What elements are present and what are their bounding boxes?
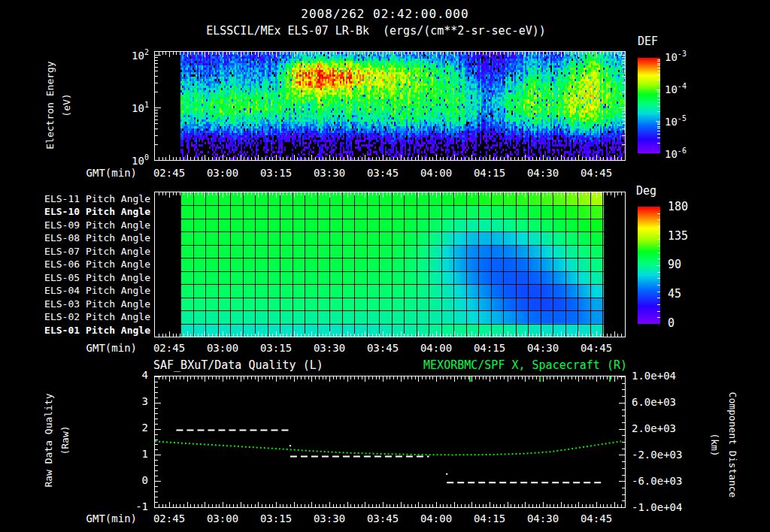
- quality-tick-1: 1: [118, 448, 148, 460]
- energy-tick-1ev: 100: [107, 153, 149, 167]
- time-tick: 03:45: [356, 342, 409, 354]
- row-label-els02: ELS-02 Pitch Angle: [44, 310, 150, 323]
- time-tick: 04:45: [570, 167, 623, 179]
- row-label-els03: ELS-03 Pitch Angle: [44, 298, 150, 310]
- gmt-axis-label: GMT(min): [83, 167, 137, 179]
- deg-tick-45: 45: [668, 287, 681, 301]
- time-tick: 03:30: [303, 167, 356, 179]
- row-label-els01: ELS-01 Pitch Angle: [44, 324, 150, 337]
- time-tick: 03:30: [303, 342, 356, 354]
- row-label-els08: ELS-08 Pitch Angle: [44, 231, 150, 244]
- distance-tick-6e3: 6.0e+03: [632, 396, 676, 408]
- spectrogram-y-axis-units: (eV): [61, 93, 72, 116]
- deg-tick-135: 135: [668, 229, 688, 243]
- def-tick-1e-5: 10-5: [665, 114, 687, 128]
- quality-tick-2: 2: [118, 422, 148, 434]
- time-tick: 03:00: [196, 167, 249, 179]
- distance-tick-neg6e3: -6.0e+03: [632, 475, 682, 487]
- time-tick: 04:30: [517, 512, 569, 524]
- deg-colorbar-title: Deg: [636, 184, 656, 198]
- def-tick-1e-4: 10-4: [665, 82, 687, 95]
- time-tick: 04:30: [517, 167, 569, 179]
- row-label-els11: ELS-11 Pitch Angle: [44, 192, 150, 205]
- time-tick: 02:45: [143, 512, 196, 524]
- energy-tick-10ev: 101: [107, 101, 149, 114]
- quality-plot-title-left: SAF_BXuT/Data Quality (L): [153, 358, 323, 372]
- time-tick: 04:15: [463, 342, 516, 354]
- pitch-angle-heatmap[interactable]: [154, 192, 626, 337]
- quality-y-axis-label: Raw Data Quality: [43, 393, 54, 487]
- time-tick: 02:45: [143, 342, 196, 354]
- quality-tick-neg1: -1: [118, 500, 148, 512]
- time-tick: 03:15: [250, 512, 302, 524]
- row-label-els10: ELS-10 Pitch Angle: [44, 205, 150, 218]
- deg-colorbar: [638, 207, 660, 324]
- quality-tick-4: 4: [118, 369, 148, 381]
- time-tick: 04:15: [463, 512, 516, 524]
- distance-tick-neg2e3: -2.0e+03: [632, 449, 682, 461]
- gmt-axis-label: GMT(min): [83, 512, 137, 524]
- quality-y-axis-units: (Raw): [59, 425, 71, 455]
- deg-tick-0: 0: [668, 316, 675, 330]
- quality-tick-3: 3: [118, 395, 148, 407]
- energy-tick-100ev: 102: [107, 48, 149, 62]
- time-tick: 03:45: [356, 167, 409, 179]
- plot-viewer-screen: 2008/262 02:42:00.000 ELSSCIL/MEx ELS-07…: [0, 0, 770, 532]
- time-tick: 04:45: [570, 512, 623, 524]
- time-tick: 03:15: [250, 167, 302, 179]
- time-tick: 03:45: [356, 512, 409, 524]
- spectrogram-y-axis-label: Electron Energy: [44, 61, 56, 149]
- deg-tick-180: 180: [668, 200, 688, 213]
- time-tick: 02:45: [143, 167, 196, 179]
- row-label-els04: ELS-04 Pitch Angle: [44, 284, 150, 297]
- def-tick-1e-3: 10-3: [665, 50, 687, 63]
- time-tick: 04:45: [570, 342, 623, 354]
- time-tick: 04:15: [463, 167, 516, 179]
- time-tick: 03:30: [303, 512, 356, 524]
- distance-tick-neg1e4: -1.0e+04: [632, 501, 682, 513]
- time-tick: 03:00: [196, 512, 249, 524]
- distance-tick-1e4: 1.0e+04: [632, 370, 676, 382]
- quality-and-distance-plot[interactable]: [154, 376, 626, 508]
- row-label-els07: ELS-07 Pitch Angle: [44, 245, 150, 258]
- row-label-els06: ELS-06 Pitch Angle: [44, 258, 150, 271]
- distance-tick-2e3: 2.0e+03: [632, 422, 676, 434]
- time-tick: 03:15: [250, 342, 302, 354]
- time-tick: 04:00: [410, 342, 462, 354]
- row-label-els09: ELS-09 Pitch Angle: [44, 219, 150, 231]
- def-colorbar-title: DEF: [638, 35, 658, 48]
- def-colorbar: [638, 58, 660, 153]
- quality-plot-title-right: MEXORBMC/SPF X, Spacecraft (R): [423, 358, 627, 372]
- quality-tick-0: 0: [118, 474, 148, 486]
- electron-energy-spectrogram[interactable]: [154, 51, 626, 161]
- time-tick: 03:00: [196, 342, 249, 354]
- row-label-els05: ELS-05 Pitch Angle: [44, 271, 150, 284]
- time-tick: 04:00: [410, 512, 462, 524]
- time-tick: 04:30: [517, 342, 569, 354]
- gmt-axis-label: GMT(min): [83, 342, 137, 354]
- page-title: 2008/262 02:42:00.000: [0, 7, 770, 21]
- def-tick-1e-6: 10-6: [665, 147, 687, 160]
- distance-y-axis-units: (km): [709, 433, 720, 456]
- deg-tick-90: 90: [668, 258, 681, 271]
- time-tick: 04:00: [410, 167, 462, 179]
- distance-y-axis-label: Component Distance: [727, 392, 738, 498]
